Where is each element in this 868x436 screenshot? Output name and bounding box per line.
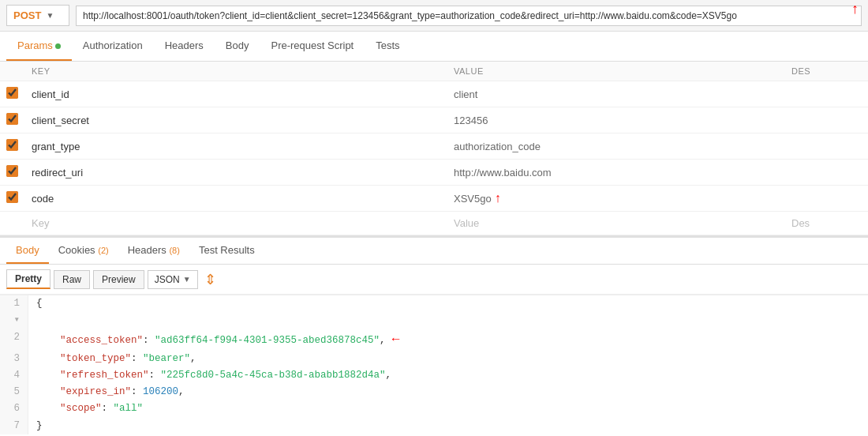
tab-tests[interactable]: Tests bbox=[365, 32, 410, 61]
param-value: client bbox=[446, 81, 784, 107]
format-type-arrow-icon: ▼ bbox=[183, 275, 191, 284]
params-dot bbox=[55, 43, 61, 49]
param-desc bbox=[784, 133, 868, 160]
value-arrow-icon: ↑ bbox=[495, 191, 501, 205]
wrap-icon[interactable]: ⇕ bbox=[204, 271, 216, 288]
tab-authorization[interactable]: Authorization bbox=[72, 32, 154, 61]
format-type-select[interactable]: JSON ▼ bbox=[148, 270, 198, 289]
param-key: client_secret bbox=[24, 107, 446, 133]
param-checkbox[interactable] bbox=[6, 139, 18, 151]
method-label: POST bbox=[13, 9, 41, 21]
param-desc bbox=[784, 186, 868, 212]
json-line: 2 "access_token": "ad63ff64-f994-4301-93… bbox=[0, 329, 868, 351]
col-key: KEY bbox=[24, 62, 446, 81]
param-value: http://www.baidu.com bbox=[446, 160, 784, 186]
param-value: authorization_code bbox=[446, 133, 784, 160]
method-select[interactable]: POST ▼ bbox=[6, 5, 69, 26]
table-row: codeXSV5go↑ bbox=[0, 186, 868, 212]
line-number: 1 ▾ bbox=[0, 295, 28, 329]
tab-params[interactable]: Params bbox=[6, 32, 72, 61]
line-content: "access_token": "ad63ff64-f994-4301-9355… bbox=[28, 329, 399, 351]
table-row: client_secret123456 bbox=[0, 107, 868, 133]
table-row: redirect_urihttp://www.baidu.com bbox=[0, 160, 868, 186]
url-arrow-icon: ↑ bbox=[851, 2, 859, 16]
table-row: client_idclient bbox=[0, 81, 868, 107]
param-value: 123456 bbox=[446, 107, 784, 133]
param-checkbox[interactable] bbox=[6, 165, 18, 177]
response-tab-cookies[interactable]: Cookies (2) bbox=[49, 238, 118, 264]
line-number: 6 bbox=[0, 400, 28, 417]
json-line: 1 ▾{ bbox=[0, 295, 868, 329]
line-number: 2 bbox=[0, 329, 28, 351]
empty-value[interactable]: Value bbox=[446, 212, 784, 235]
col-value: VALUE bbox=[446, 62, 784, 81]
param-desc bbox=[784, 160, 868, 186]
json-output: 1 ▾{2 "access_token": "ad63ff64-f994-430… bbox=[0, 295, 868, 434]
line-content: { bbox=[28, 295, 43, 329]
format-bar: Pretty Raw Preview JSON ▼ ⇕ bbox=[0, 265, 868, 295]
response-tab-headers[interactable]: Headers (8) bbox=[118, 238, 189, 264]
empty-key[interactable]: Key bbox=[24, 212, 446, 235]
request-tabs: Params Authorization Headers Body Pre-re… bbox=[0, 32, 868, 62]
url-bar: POST ▼ ↑ bbox=[0, 0, 868, 32]
json-line: 3 "token_type": "bearer", bbox=[0, 351, 868, 367]
line-content: "refresh_token": "225fc8d0-5a4c-45ca-b38… bbox=[28, 367, 391, 384]
line-content: "expires_in": 106200, bbox=[28, 384, 185, 400]
line-number: 7 bbox=[0, 418, 28, 434]
line-content: } bbox=[28, 418, 43, 434]
tab-headers[interactable]: Headers bbox=[154, 32, 215, 61]
table-row: grant_typeauthorization_code bbox=[0, 133, 868, 160]
param-desc bbox=[784, 81, 868, 107]
param-value: XSV5go↑ bbox=[446, 186, 784, 212]
json-line: 7} bbox=[0, 418, 868, 434]
line-content: "scope": "all" bbox=[28, 400, 143, 417]
param-desc bbox=[784, 107, 868, 133]
json-line: 6 "scope": "all" bbox=[0, 400, 868, 417]
line-number: 4 bbox=[0, 367, 28, 384]
json-output-area: 1 ▾{2 "access_token": "ad63ff64-f994-430… bbox=[0, 295, 868, 434]
response-tab-body[interactable]: Body bbox=[6, 238, 49, 264]
line-number: 3 bbox=[0, 351, 28, 367]
format-preview-btn[interactable]: Preview bbox=[93, 270, 144, 289]
response-tab-test-results[interactable]: Test Results bbox=[189, 238, 264, 264]
format-pretty-btn[interactable]: Pretty bbox=[6, 269, 51, 289]
json-line: 4 "refresh_token": "225fc8d0-5a4c-45ca-b… bbox=[0, 367, 868, 384]
col-desc: DES bbox=[784, 62, 868, 81]
param-checkbox[interactable] bbox=[6, 87, 18, 99]
param-key: code bbox=[24, 186, 446, 212]
line-content: "token_type": "bearer", bbox=[28, 351, 196, 367]
params-table: KEY VALUE DES client_idclientclient_secr… bbox=[0, 62, 868, 235]
param-checkbox[interactable] bbox=[6, 191, 18, 203]
param-checkbox[interactable] bbox=[6, 113, 18, 125]
empty-desc: Des bbox=[784, 212, 868, 235]
response-tabs: Body Cookies (2) Headers (8) Test Result… bbox=[0, 238, 868, 265]
url-input[interactable] bbox=[76, 6, 862, 26]
method-arrow-icon: ▼ bbox=[46, 11, 54, 20]
tab-pre-request-script[interactable]: Pre-request Script bbox=[260, 32, 365, 61]
line-number: 5 bbox=[0, 384, 28, 400]
param-key: grant_type bbox=[24, 133, 446, 160]
tab-body[interactable]: Body bbox=[215, 32, 260, 61]
json-line: 5 "expires_in": 106200, bbox=[0, 384, 868, 400]
format-type-label: JSON bbox=[155, 274, 180, 285]
format-raw-btn[interactable]: Raw bbox=[54, 270, 90, 289]
params-section: KEY VALUE DES client_idclientclient_secr… bbox=[0, 62, 868, 235]
json-arrow-icon: ← bbox=[392, 333, 400, 347]
table-row-empty: KeyValueDes bbox=[0, 212, 868, 235]
param-key: redirect_uri bbox=[24, 160, 446, 186]
param-key: client_id bbox=[24, 81, 446, 107]
